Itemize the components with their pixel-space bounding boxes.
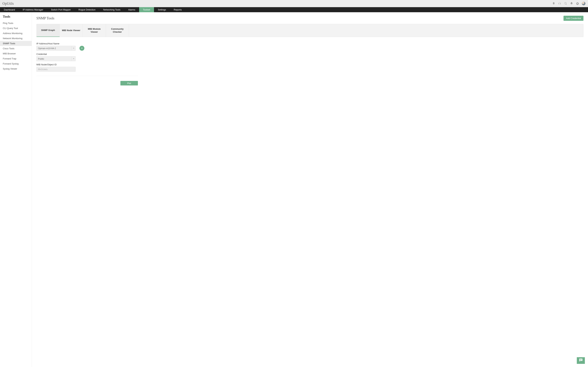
nav-switch-port-mapper[interactable]: Switch Port Mapper: [47, 7, 75, 12]
avatar[interactable]: [582, 1, 586, 5]
sidebar: Tools Ping Tools CLI Query Tool Address …: [0, 12, 32, 367]
nav-toolset[interactable]: Toolset: [139, 7, 154, 12]
tab-strip: SNMP Graph MIB Node Viewer MIB Module Vi…: [36, 24, 583, 37]
sidebar-item-mib-browser[interactable]: MIB Browser: [0, 51, 32, 56]
mib-input[interactable]: [38, 68, 74, 71]
form-group-ip: IP Address/Host Name Opman-m10-64-2 +: [36, 42, 138, 51]
tab-community-checker[interactable]: Community Checker: [106, 24, 129, 37]
form: IP Address/Host Name Opman-m10-64-2 + Cr…: [36, 42, 138, 85]
form-group-credential: Credential Public: [36, 53, 138, 61]
sidebar-item-address-monitoring[interactable]: Address Monitoring: [0, 31, 32, 36]
rocket-icon[interactable]: [552, 2, 555, 5]
chevron-down-icon: [72, 46, 75, 50]
ip-select-value: Opman-m10-64-2: [38, 47, 56, 50]
divider: [36, 76, 138, 76]
form-group-mib: MIB Node/Object ID: [36, 63, 138, 72]
sidebar-item-forward-trap[interactable]: Forward Trap: [0, 56, 32, 61]
nav-settings[interactable]: Settings: [154, 7, 170, 12]
add-credential-button[interactable]: Add Credential: [563, 16, 583, 21]
sidebar-item-forward-syslog[interactable]: Forward Syslog: [0, 61, 32, 66]
sidebar-item-snmp-tools[interactable]: SNMP Tools: [0, 41, 32, 46]
body: Tools Ping Tools CLI Query Tool Address …: [0, 12, 588, 367]
topbar-icons: [552, 1, 586, 5]
mib-label: MIB Node/Object ID: [36, 63, 138, 66]
page-head: SNMP Tools Add Credential: [36, 16, 583, 21]
sidebar-item-cli-query-tool[interactable]: CLI Query Tool: [0, 26, 32, 31]
nav-ip-address-manager[interactable]: IP Address Manager: [19, 7, 47, 12]
main-content: SNMP Tools Add Credential SNMP Graph MIB…: [32, 12, 588, 367]
nav-alarms[interactable]: Alarms: [124, 7, 139, 12]
sidebar-item-ping-tools[interactable]: Ping Tools: [0, 21, 32, 26]
plot-button-wrap: Plot: [36, 81, 138, 85]
nav-dashboard[interactable]: Dashboard: [0, 7, 19, 12]
gear-icon[interactable]: [576, 2, 579, 5]
chat-fab[interactable]: [577, 357, 585, 364]
brand: OpUtils: [2, 1, 14, 6]
topbar: OpUtils: [0, 0, 588, 7]
credential-label: Credential: [36, 53, 138, 55]
credential-select[interactable]: Public: [36, 56, 76, 61]
ip-select[interactable]: Opman-m10-64-2: [36, 46, 76, 51]
nav-networking-tools[interactable]: Networking Tools: [99, 7, 124, 12]
nav-reports[interactable]: Reports: [170, 7, 186, 12]
credential-select-value: Public: [38, 58, 44, 60]
sidebar-item-syslog-viewer[interactable]: Syslog Viewer: [0, 66, 32, 71]
bell-icon[interactable]: [570, 2, 573, 5]
sidebar-title: Tools: [0, 15, 32, 21]
mib-input-wrap: [36, 67, 76, 72]
tab-mib-module-viewer[interactable]: MIB Module Viewer: [83, 24, 106, 37]
chat-icon: [579, 358, 583, 363]
headset-icon[interactable]: [558, 2, 562, 5]
add-host-button[interactable]: +: [79, 46, 84, 51]
tab-mib-node-viewer[interactable]: MIB Node Viewer: [60, 24, 83, 37]
nav-rogue-detection[interactable]: Rogue Detection: [75, 7, 99, 12]
sidebar-item-network-monitoring[interactable]: Network Monitoring: [0, 36, 32, 41]
sidebar-item-cisco-tools[interactable]: Cisco Tools: [0, 46, 32, 51]
tab-snmp-graph[interactable]: SNMP Graph: [37, 24, 60, 37]
plot-button[interactable]: Plot: [121, 81, 138, 85]
page-title: SNMP Tools: [36, 16, 54, 20]
chevron-down-icon: [72, 57, 75, 61]
search-icon[interactable]: [564, 2, 567, 5]
ip-label: IP Address/Host Name: [36, 42, 138, 45]
main-nav: Dashboard IP Address Manager Switch Port…: [0, 7, 588, 12]
